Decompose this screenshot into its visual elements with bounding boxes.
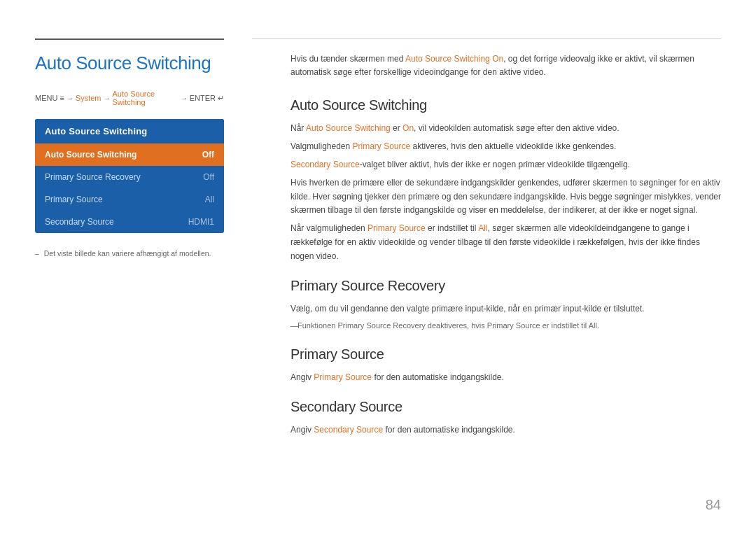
- note-content: Det viste billede kan variere afhængigt …: [44, 249, 211, 258]
- breadcrumb-menu: MENU: [35, 94, 57, 102]
- breadcrumb-system: System: [76, 94, 102, 102]
- menu-item-label-3: Primary Source: [45, 195, 103, 204]
- menu-item-primary-source-recovery[interactable]: Primary Source Recovery Off: [35, 166, 224, 188]
- menu-item-secondary-source[interactable]: Secondary Source HDMI1: [35, 211, 224, 233]
- top-rule-left: [35, 38, 224, 40]
- section-p2-1: Vælg, om du vil gendanne den valgte prim…: [290, 302, 721, 316]
- section-p1-2: Valgmuligheden Primary Source aktiveres,…: [290, 140, 721, 154]
- section-p1-4: Hvis hverken de primære eller de sekundæ…: [290, 176, 721, 218]
- section-title-4: Secondary Source: [290, 399, 721, 415]
- menu-item-label-2: Primary Source Recovery: [45, 172, 141, 182]
- menu-item-value-3: All: [205, 195, 214, 204]
- section-auto-source-switching: Auto Source Switching Når Auto Source Sw…: [290, 97, 721, 263]
- intro-text: Hvis du tænder skærmen med Auto Source S…: [290, 52, 721, 79]
- breadcrumb: MENU ≡ → System → Auto Source Switching …: [35, 90, 224, 106]
- menu-item-primary-source[interactable]: Primary Source All: [35, 188, 224, 211]
- menu-box-header: Auto Source Switching: [35, 119, 224, 143]
- menu-icon: ≡: [59, 94, 64, 102]
- menu-item-label-4: Secondary Source: [45, 217, 114, 227]
- dash-icon: –: [35, 249, 39, 258]
- section-title-2: Primary Source Recovery: [290, 278, 721, 294]
- section-primary-source-recovery: Primary Source Recovery Vælg, om du vil …: [290, 278, 721, 332]
- arrow-3: →: [181, 94, 188, 102]
- menu-item-auto-source-switching[interactable]: Auto Source Switching Off: [35, 143, 224, 166]
- section-note-2: Funktionen Primary Source Recovery deakt…: [290, 320, 721, 332]
- section-title-1: Auto Source Switching: [290, 97, 721, 113]
- section-p1-3: Secondary Source-valget bliver aktivt, h…: [290, 158, 721, 172]
- page-number: 84: [706, 497, 721, 513]
- breadcrumb-enter: ENTER: [190, 94, 216, 102]
- section-p1-1: Når Auto Source Switching er On, vil vid…: [290, 122, 721, 136]
- section-p3-1: Angiv Primary Source for den automatiske…: [290, 371, 721, 385]
- menu-item-value-4: HDMI1: [188, 217, 214, 227]
- enter-icon: ↵: [218, 94, 224, 103]
- right-panel: Hvis du tænder skærmen med Auto Source S…: [252, 0, 756, 534]
- menu-item-label-1: Auto Source Switching: [45, 150, 136, 160]
- section-primary-source: Primary Source Angiv Primary Source for …: [290, 346, 721, 385]
- menu-item-value-1: Off: [202, 150, 214, 160]
- menu-box: Auto Source Switching Auto Source Switch…: [35, 119, 224, 233]
- arrow-1: →: [66, 94, 74, 102]
- top-rule-right: [252, 38, 721, 39]
- breadcrumb-auto-source: Auto Source Switching: [113, 90, 178, 106]
- section-p1-5: Når valgmuligheden Primary Source er ind…: [290, 222, 721, 263]
- arrow-2: →: [104, 94, 111, 102]
- image-note: – Det viste billede kan variere afhængig…: [35, 248, 224, 260]
- intro-highlight: Auto Source Switching On: [405, 54, 503, 64]
- page-title: Auto Source Switching: [35, 52, 224, 74]
- section-secondary-source: Secondary Source Angiv Secondary Source …: [290, 399, 721, 437]
- menu-item-value-2: Off: [203, 172, 214, 182]
- section-p4-1: Angiv Secondary Source for den automatis…: [290, 423, 721, 437]
- left-panel: Auto Source Switching MENU ≡ → System → …: [0, 0, 252, 534]
- section-title-3: Primary Source: [290, 346, 721, 363]
